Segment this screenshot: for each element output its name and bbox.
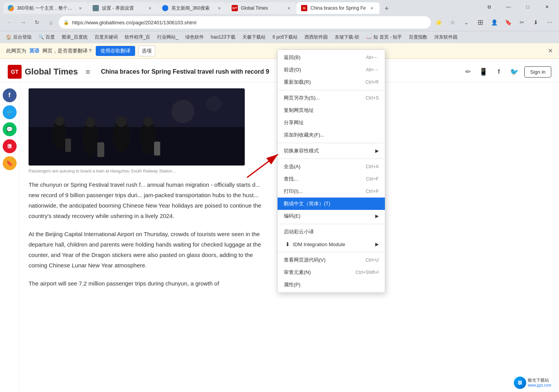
phone-icon: 📱 [478, 66, 489, 77]
bookmark-item-13[interactable]: 百度指数 [406, 33, 430, 42]
bookmark-item-9[interactable]: 6 pc6下载站 [269, 33, 301, 42]
scissors-button[interactable]: ✂ [516, 16, 528, 29]
settings-button[interactable]: ⋯ [544, 16, 556, 29]
menu-item-find[interactable]: 查找... Ctrl+F [278, 173, 385, 185]
bookmark-item-3[interactable]: 百度关键词 [91, 33, 121, 42]
back-button[interactable]: ← [3, 16, 15, 29]
menu-item-inspect[interactable]: 审查元素(N) Ctrl+Shift+I [278, 266, 385, 279]
tab-close-2[interactable]: ✕ [147, 5, 153, 11]
bookmark-label-7: hao123下载 [211, 34, 235, 41]
bookmark-favicon-0: 🏠 [6, 35, 12, 40]
menu-item-compat[interactable]: 切换兼容性模式 ▶ [278, 145, 385, 157]
forward-button[interactable]: → [17, 16, 29, 29]
wechat-share-button[interactable]: 💬 [3, 122, 17, 136]
bookmark-item-1[interactable]: 🔍 百度 [36, 33, 58, 42]
tab-favicon-5: G [301, 5, 307, 11]
translate-button[interactable]: 使用谷歌翻译 [96, 46, 135, 56]
menu-item-copyurl[interactable]: 复制网页地址 [278, 104, 385, 117]
menu-separator-4 [278, 224, 385, 224]
tab-close-3[interactable]: ✕ [216, 5, 222, 11]
menu-item-caiyun[interactable]: 启动彩云小译 [278, 226, 385, 238]
menu-item-properties[interactable]: 属性(P) [278, 279, 385, 291]
tab-4[interactable]: GT Global Times ✕ [227, 2, 296, 14]
menu-item-back[interactable]: 返回(B) Alt+← [278, 51, 385, 64]
bookmark-item-11[interactable]: 东坡下载-软 [332, 33, 363, 42]
menu-item-translate[interactable]: 翻成中文（简体）(T) [278, 198, 385, 210]
article-image-svg [29, 88, 245, 166]
favorites-button[interactable]: ☆ [446, 16, 459, 29]
aurora-text: 极光下载站 www.jgzt.com [528, 378, 551, 387]
facebook-header-icon[interactable]: f [493, 66, 504, 77]
new-tab-button[interactable]: + [381, 3, 392, 14]
header-icons: ✏ 📱 f 🐦 Sign in [462, 66, 551, 78]
restore-button[interactable]: ⧉ [480, 1, 498, 13]
bookmark-share-button[interactable]: 🔖 [3, 156, 17, 170]
menu-item-properties-label: 属性(P) [284, 281, 379, 288]
bookmark-item-7[interactable]: hao123下载 [208, 33, 239, 42]
svg-point-11 [144, 117, 153, 127]
menu-item-idm[interactable]: ⬇ IDM Integration Module ▶ [278, 238, 385, 250]
close-button[interactable]: ✕ [538, 1, 556, 13]
menu-item-print[interactable]: 打印(I)... Ctrl+P [278, 185, 385, 198]
menu-separator-2 [278, 143, 385, 143]
home-button[interactable]: ⌂ [45, 16, 57, 29]
menu-item-compat-arrow: ▶ [375, 148, 379, 154]
bookmark-label-3: 百度关键词 [95, 34, 118, 41]
tab-3[interactable]: 英文新闻_360搜索 ✕ [158, 2, 227, 14]
extensions-button[interactable]: ⭐ [432, 16, 445, 29]
collections-button[interactable]: 🔖 [502, 16, 514, 29]
tab-close-1[interactable]: ✕ [77, 5, 83, 11]
bookmark-item-8[interactable]: 天极下载站 [239, 33, 269, 42]
bookmark-label-10: 西西软件园 [305, 34, 328, 41]
tab-close-5[interactable]: ✕ [369, 5, 375, 11]
menu-item-forward-shortcut: Alt+→ [366, 67, 379, 73]
address-more[interactable]: ⌄ [460, 16, 473, 29]
maximize-button[interactable]: □ [519, 1, 537, 13]
menu-item-addfav[interactable]: 添加到收藏夹(F)... [278, 129, 385, 141]
bookmark-item-2[interactable]: 图表_百度统 [59, 33, 91, 42]
bookmark-item-12[interactable]: 📖 知 首页 - 知乎 [363, 33, 405, 42]
article-text: The chunyun or Spring Festival travel ru… [29, 179, 268, 289]
menu-item-saveas[interactable]: 网页另存为(S)... Ctrl+S [278, 92, 385, 104]
article-image [29, 88, 245, 166]
weibo-share-button[interactable]: 微 [3, 139, 17, 153]
tab-title-4: Global Times [241, 5, 283, 11]
menu-item-reload[interactable]: 重新加载(R) Ctrl+R [278, 76, 385, 88]
svg-rect-4 [65, 139, 71, 152]
menu-item-forward[interactable]: 前进(O) Alt+→ [278, 64, 385, 76]
facebook-share-button[interactable]: f [3, 88, 17, 102]
menu-item-print-shortcut: Ctrl+P [366, 189, 379, 194]
bookmark-item-4[interactable]: 软件程序_百 [122, 33, 154, 42]
sign-in-button[interactable]: Sign in [524, 66, 551, 78]
bookmark-item-0[interactable]: 🏠 后台登陆 [3, 33, 35, 42]
profile-button[interactable]: 👤 [488, 16, 500, 29]
tab-1[interactable]: 360导航 一个主页，整个世界 ✕ [3, 2, 88, 14]
reload-button[interactable]: ↻ [31, 16, 43, 29]
bookmark-item-6[interactable]: 绿色软件 [182, 33, 207, 42]
tab-title-3: 英文新闻_360搜索 [171, 5, 213, 12]
tab-close-4[interactable]: ✕ [286, 5, 292, 11]
twitter-share-button[interactable]: 🐦 [3, 105, 17, 119]
bookmark-label-0: 后台登陆 [13, 34, 32, 41]
twitter-header-icon[interactable]: 🐦 [509, 66, 520, 77]
windows-button[interactable]: ⊞ [474, 16, 486, 29]
hamburger-menu-icon[interactable]: ≡ [86, 68, 90, 76]
menu-item-selectall[interactable]: 全选(A) Ctrl+A [278, 161, 385, 173]
menu-item-encoding[interactable]: 编码(E) ▶ [278, 210, 385, 222]
gt-icon: GT [8, 65, 22, 79]
tab-5[interactable]: G China braces for Spring Fe ✕ [296, 2, 379, 14]
bookmark-item-10[interactable]: 西西软件园 [302, 33, 331, 42]
download-button[interactable]: ⬇ [530, 16, 542, 29]
translate-lang: 英语 [29, 47, 39, 54]
menu-item-viewsource[interactable]: 查看网页源代码(V) Ctrl+U [278, 254, 385, 266]
menu-item-shareurl[interactable]: 分享网址 [278, 117, 385, 129]
address-input[interactable]: 🔒 https://www.globaltimes.cn/page/202401… [59, 16, 431, 29]
bookmark-item-14[interactable]: 河东软件园 [431, 33, 461, 42]
bookmark-item-5[interactable]: 行业网站_ [154, 33, 181, 42]
article-para-3: The airport will see 7.2 million passeng… [29, 278, 268, 289]
tab-2[interactable]: 设置 - 界面设置 ✕ [88, 2, 158, 14]
minimize-button[interactable]: — [500, 1, 517, 13]
translate-options-button[interactable]: 选项 [138, 46, 155, 56]
translate-close-button[interactable]: ✕ [548, 47, 553, 54]
menu-item-encoding-arrow: ▶ [375, 213, 379, 219]
